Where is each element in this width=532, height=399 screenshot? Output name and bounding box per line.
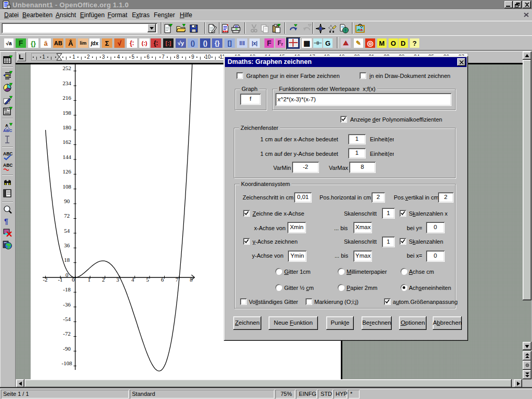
svg-text:-90: -90 (63, 345, 71, 352)
svg-text:1: 1 (88, 276, 91, 283)
svg-text:7: 7 (176, 276, 179, 283)
svg-text:90: 90 (64, 198, 70, 204)
svg-text:5: 5 (146, 276, 149, 283)
svg-text:-54: -54 (63, 316, 71, 322)
svg-text:252: 252 (62, 65, 71, 71)
svg-text:2: 2 (102, 276, 105, 283)
svg-text:162: 162 (62, 139, 71, 145)
svg-text:ABC: ABC (3, 151, 12, 156)
svg-text:198: 198 (62, 110, 71, 116)
svg-text:18: 18 (64, 257, 70, 263)
svg-text:¶: ¶ (4, 217, 8, 225)
svg-text:6: 6 (161, 276, 164, 283)
svg-text:54: 54 (64, 228, 70, 234)
svg-text:8: 8 (190, 276, 193, 283)
svg-text:3: 3 (116, 276, 119, 283)
svg-text:180: 180 (62, 124, 71, 130)
svg-text:-72: -72 (63, 330, 71, 337)
svg-text:-2: -2 (43, 276, 47, 283)
svg-text:108: 108 (62, 183, 71, 190)
svg-text:ABC: ABC (3, 163, 12, 168)
svg-text:36: 36 (64, 242, 70, 248)
svg-text:-1: -1 (58, 276, 62, 283)
svg-text:-108: -108 (62, 360, 73, 366)
svg-text:A: A (5, 123, 8, 128)
svg-text:126: 126 (62, 168, 71, 175)
svg-text:ABC: ABC (3, 128, 12, 132)
svg-text:72: 72 (64, 212, 70, 219)
svg-text:144: 144 (62, 154, 71, 160)
svg-text:-36: -36 (63, 301, 71, 308)
svg-text:4: 4 (131, 276, 135, 283)
svg-text:216: 216 (62, 95, 71, 101)
svg-text:234: 234 (62, 80, 71, 86)
svg-text:-18: -18 (63, 286, 71, 292)
